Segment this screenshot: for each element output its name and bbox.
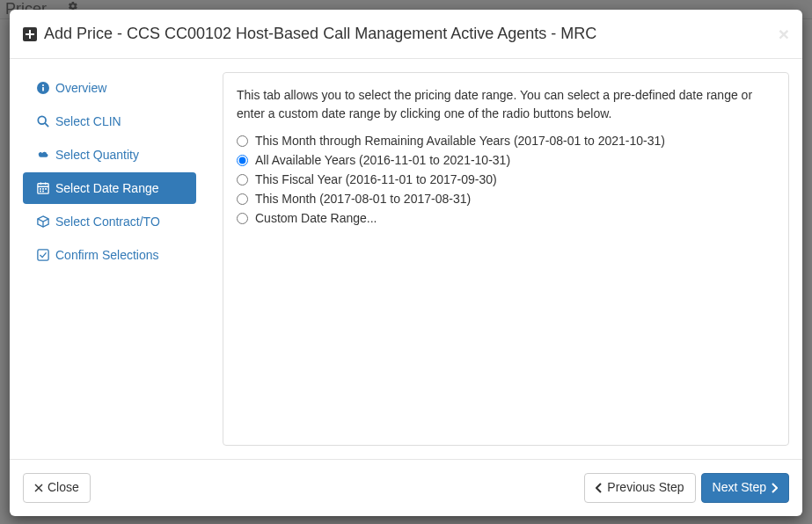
chevron-left-icon <box>596 483 603 493</box>
modal-footer: Close Previous Step Next Step <box>10 459 802 516</box>
close-button-label: Close <box>48 479 79 497</box>
sidebar-item-label: Select CLIN <box>55 114 121 128</box>
x-icon <box>34 484 43 492</box>
next-step-button[interactable]: Next Step <box>701 473 789 503</box>
sidebar-item-select-clin[interactable]: Select CLIN <box>23 106 196 137</box>
radio-label: This Month through Remaining Available Y… <box>255 134 665 148</box>
close-icon[interactable]: × <box>779 25 789 43</box>
date-range-panel: This tab allows you to select the pricin… <box>223 72 789 446</box>
svg-rect-17 <box>38 250 48 260</box>
svg-rect-12 <box>40 188 41 190</box>
cloud-icon <box>36 149 50 161</box>
close-button[interactable]: Close <box>23 473 91 503</box>
radio-input[interactable] <box>237 155 248 166</box>
svg-rect-13 <box>42 188 44 190</box>
date-range-option-remaining-years[interactable]: This Month through Remaining Available Y… <box>237 134 775 148</box>
sidebar-item-label: Overview <box>55 81 106 95</box>
info-circle-icon <box>36 82 50 94</box>
search-icon <box>36 115 50 127</box>
modal-header: Add Price - CCS CC00102 Host-Based Call … <box>10 10 802 59</box>
svg-rect-14 <box>45 188 47 190</box>
sidebar-item-select-date-range[interactable]: Select Date Range <box>23 172 196 204</box>
sidebar-item-select-quantity[interactable]: Select Quantity <box>23 139 196 171</box>
date-range-option-all-years[interactable]: All Available Years (2016-11-01 to 2021-… <box>237 153 775 167</box>
panel-intro-text: This tab allows you to select the pricin… <box>237 86 775 123</box>
radio-label: This Month (2017-08-01 to 2017-08-31) <box>255 192 471 206</box>
sidebar-item-label: Select Quantity <box>55 148 139 162</box>
cube-icon <box>36 215 50 228</box>
radio-input[interactable] <box>237 213 248 224</box>
footer-right-group: Previous Step Next Step <box>584 473 789 503</box>
modal-body: Overview Select CLIN Select Quantity Sel… <box>10 59 802 459</box>
date-range-option-custom[interactable]: Custom Date Range... <box>237 211 775 225</box>
sidebar-item-confirm[interactable]: Confirm Selections <box>23 239 196 271</box>
svg-line-7 <box>45 123 48 127</box>
next-step-label: Next Step <box>713 479 766 497</box>
sidebar-item-overview[interactable]: Overview <box>23 72 196 104</box>
calendar-icon <box>36 182 50 194</box>
plus-square-icon <box>23 27 37 41</box>
previous-step-button[interactable]: Previous Step <box>584 473 695 503</box>
chevron-right-icon <box>771 483 778 493</box>
sidebar-item-label: Select Date Range <box>55 181 159 195</box>
sidebar-item-label: Select Contract/TO <box>55 215 160 229</box>
svg-point-5 <box>42 84 44 86</box>
radio-input[interactable] <box>237 174 248 186</box>
radio-label: This Fiscal Year (2016-11-01 to 2017-09-… <box>255 172 497 186</box>
date-range-option-fiscal-year[interactable]: This Fiscal Year (2016-11-01 to 2017-09-… <box>237 172 775 186</box>
radio-label: All Available Years (2016-11-01 to 2021-… <box>255 153 510 167</box>
check-square-icon <box>36 249 50 261</box>
sidebar-item-label: Confirm Selections <box>55 248 159 262</box>
add-price-modal: Add Price - CCS CC00102 Host-Based Call … <box>10 10 802 516</box>
date-range-options: This Month through Remaining Available Y… <box>237 134 775 225</box>
previous-step-label: Previous Step <box>607 479 684 497</box>
wizard-sidebar: Overview Select CLIN Select Quantity Sel… <box>23 72 196 446</box>
svg-rect-15 <box>40 191 41 193</box>
svg-point-6 <box>38 117 46 125</box>
date-range-option-this-month[interactable]: This Month (2017-08-01 to 2017-08-31) <box>237 192 775 206</box>
svg-rect-4 <box>42 87 44 91</box>
radio-input[interactable] <box>237 193 248 205</box>
sidebar-item-select-contract[interactable]: Select Contract/TO <box>23 206 196 237</box>
svg-rect-2 <box>26 33 34 35</box>
radio-input[interactable] <box>237 135 248 147</box>
radio-label: Custom Date Range... <box>255 211 377 225</box>
modal-title: Add Price - CCS CC00102 Host-Based Call … <box>23 23 596 45</box>
svg-rect-16 <box>42 191 44 193</box>
modal-title-text: Add Price - CCS CC00102 Host-Based Call … <box>44 23 596 45</box>
